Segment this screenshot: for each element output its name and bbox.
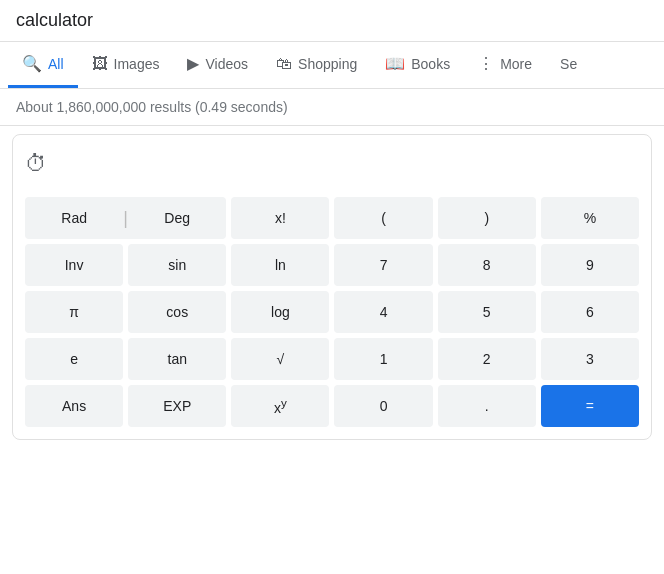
cos-button[interactable]: cos [128, 291, 226, 333]
ans-button[interactable]: Ans [25, 385, 123, 427]
videos-icon: ▶ [187, 54, 199, 73]
sin-button[interactable]: sin [128, 244, 226, 286]
nine-button[interactable]: 9 [541, 244, 639, 286]
calculator-card: ⏱ Rad | Deg x! ( ) % Inv sin ln 7 8 9 π … [12, 134, 652, 440]
six-button[interactable]: 6 [541, 291, 639, 333]
eight-button[interactable]: 8 [438, 244, 536, 286]
five-button[interactable]: 5 [438, 291, 536, 333]
all-icon: 🔍 [22, 54, 42, 73]
tab-all-label: All [48, 56, 64, 72]
tab-videos[interactable]: ▶ Videos [173, 42, 262, 88]
power-button[interactable]: xy [231, 385, 329, 427]
results-count: About 1,860,000,000 results (0.49 second… [0, 89, 664, 126]
one-button[interactable]: 1 [334, 338, 432, 380]
history-row: ⏱ [21, 143, 643, 193]
tab-more[interactable]: ⋮ More [464, 42, 546, 88]
tab-books[interactable]: 📖 Books [371, 42, 464, 88]
books-icon: 📖 [385, 54, 405, 73]
equals-button[interactable]: = [541, 385, 639, 427]
rad-deg-group[interactable]: Rad | Deg [25, 197, 226, 239]
tab-more-label: More [500, 56, 532, 72]
open-paren-button[interactable]: ( [334, 197, 432, 239]
rad-button[interactable]: Rad [25, 197, 123, 239]
tab-settings[interactable]: Se [546, 44, 591, 87]
tab-all[interactable]: 🔍 All [8, 42, 78, 88]
calc-grid: Rad | Deg x! ( ) % Inv sin ln 7 8 9 π co… [21, 193, 643, 431]
deg-button[interactable]: Deg [128, 197, 226, 239]
percent-button[interactable]: % [541, 197, 639, 239]
three-button[interactable]: 3 [541, 338, 639, 380]
tab-images[interactable]: 🖼 Images [78, 43, 174, 88]
more-icon: ⋮ [478, 54, 494, 73]
history-icon[interactable]: ⏱ [25, 151, 47, 177]
ln-button[interactable]: ln [231, 244, 329, 286]
inv-button[interactable]: Inv [25, 244, 123, 286]
four-button[interactable]: 4 [334, 291, 432, 333]
log-button[interactable]: log [231, 291, 329, 333]
tab-videos-label: Videos [205, 56, 248, 72]
e-button[interactable]: e [25, 338, 123, 380]
factorial-button[interactable]: x! [231, 197, 329, 239]
sqrt-button[interactable]: √ [231, 338, 329, 380]
tan-button[interactable]: tan [128, 338, 226, 380]
tab-bar: 🔍 All 🖼 Images ▶ Videos 🛍 Shopping 📖 Boo… [0, 42, 664, 89]
exp-button[interactable]: EXP [128, 385, 226, 427]
images-icon: 🖼 [92, 55, 108, 73]
zero-button[interactable]: 0 [334, 385, 432, 427]
tab-shopping-label: Shopping [298, 56, 357, 72]
tab-books-label: Books [411, 56, 450, 72]
search-query: calculator [16, 10, 93, 31]
close-paren-button[interactable]: ) [438, 197, 536, 239]
seven-button[interactable]: 7 [334, 244, 432, 286]
pi-button[interactable]: π [25, 291, 123, 333]
shopping-icon: 🛍 [276, 55, 292, 73]
tab-images-label: Images [114, 56, 160, 72]
decimal-button[interactable]: . [438, 385, 536, 427]
tab-settings-label: Se [560, 56, 577, 72]
search-bar: calculator [0, 0, 664, 42]
tab-shopping[interactable]: 🛍 Shopping [262, 43, 371, 88]
two-button[interactable]: 2 [438, 338, 536, 380]
